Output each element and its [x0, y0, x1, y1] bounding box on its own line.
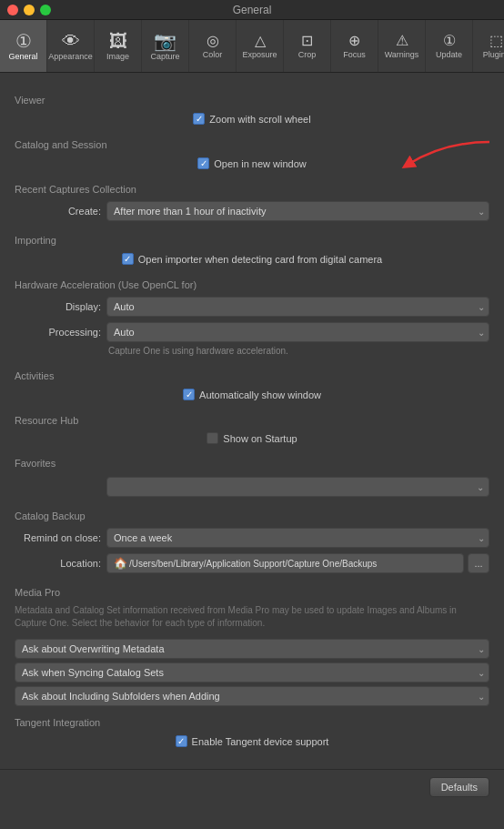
display-label: Display:: [15, 301, 101, 312]
color-icon: ◎: [207, 34, 219, 48]
remind-row: Remind on close: Once a week Every day E…: [15, 525, 489, 551]
warnings-icon: ⚠: [396, 34, 408, 48]
location-home-icon: 🏠: [114, 557, 127, 570]
capture-label: Capture: [150, 52, 179, 61]
show-startup-checkbox[interactable]: Show on Startup: [207, 432, 297, 444]
media-pro-description: Metadata and Catalog Set information rec…: [15, 604, 489, 630]
favorites-arrow-icon: ⌄: [477, 482, 484, 492]
maximize-button[interactable]: [40, 5, 51, 15]
media-pro-dropdowns: Ask about Overwriting Metadata Always Ne…: [15, 639, 489, 706]
open-importer-label: Open importer when detecting card from d…: [138, 254, 382, 265]
settings-content: Viewer ✓ Zoom with scroll wheel Catalog …: [0, 73, 504, 762]
bottom-bar: Defaults: [0, 769, 504, 804]
include-subfolders-select-wrap: Ask about Including Subfolders when Addi…: [15, 686, 489, 706]
plugins-label: Plugins: [483, 50, 504, 59]
warnings-label: Warnings: [385, 50, 419, 59]
processing-select[interactable]: Auto Off On: [106, 322, 489, 342]
auto-show-checkbox[interactable]: ✓ Automatically show window: [183, 389, 321, 400]
tab-focus[interactable]: ⊕ Focus: [331, 20, 378, 72]
syncing-catalog-select[interactable]: Ask when Syncing Catalog Sets Always Nev…: [15, 662, 489, 682]
syncing-catalog-select-wrap: Ask when Syncing Catalog Sets Always Nev…: [15, 662, 489, 682]
hardware-info: Capture One is using hardware accelerati…: [108, 345, 489, 359]
auto-show-check-box[interactable]: ✓: [183, 389, 195, 400]
tab-capture[interactable]: 📷 Capture: [142, 20, 189, 72]
create-select-wrap: After more than 1 hour of inactivity Nev…: [106, 201, 489, 221]
display-row: Display: Auto Off On ⌄: [15, 294, 489, 319]
general-label: General: [8, 52, 37, 61]
open-new-window-check-box[interactable]: ✓: [197, 157, 209, 169]
appearance-icon: 👁: [62, 32, 80, 50]
image-label: Image: [106, 52, 129, 61]
section-favorites: Favorites: [15, 458, 489, 469]
section-tangent: Tangent Integration: [15, 717, 489, 728]
remind-select-wrap: Once a week Every day Every month Never …: [106, 528, 489, 548]
section-media-pro: Media Pro: [15, 587, 489, 598]
favorites-row: ⌄: [15, 472, 489, 500]
tangent-enable-label: Enable Tangent device support: [192, 736, 329, 747]
crop-icon: ⊡: [301, 34, 313, 48]
favorites-select[interactable]: ⌄: [106, 477, 489, 497]
overwrite-metadata-select-wrap: Ask about Overwriting Metadata Always Ne…: [15, 639, 489, 659]
favorites-select-wrap: ⌄: [106, 475, 489, 497]
general-icon: ①: [15, 32, 32, 50]
processing-row: Processing: Auto Off On ⌄: [15, 319, 489, 345]
close-button[interactable]: [7, 5, 18, 15]
zoom-scroll-label: Zoom with scroll wheel: [209, 114, 310, 125]
zoom-scroll-row: ✓ Zoom with scroll wheel: [15, 109, 489, 128]
open-importer-checkbox[interactable]: ✓ Open importer when detecting card from…: [122, 253, 382, 265]
tab-image[interactable]: 🖼 Image: [95, 20, 142, 72]
exposure-icon: △: [255, 34, 266, 48]
update-label: Update: [436, 50, 462, 59]
open-importer-check-box[interactable]: ✓: [122, 253, 134, 265]
color-label: Color: [203, 50, 223, 59]
section-importing: Importing: [15, 235, 489, 246]
location-path-box: 🏠 /Users/ben/Library/Application Support…: [106, 553, 464, 573]
show-startup-label: Show on Startup: [223, 433, 297, 444]
create-row: Create: After more than 1 hour of inacti…: [15, 198, 489, 224]
processing-select-wrap: Auto Off On ⌄: [106, 322, 489, 342]
remind-select[interactable]: Once a week Every day Every month Never: [106, 528, 489, 548]
window-controls[interactable]: [7, 5, 51, 15]
tangent-enable-row: ✓ Enable Tangent device support: [15, 732, 489, 751]
open-new-window-checkbox[interactable]: ✓ Open in new window: [197, 157, 307, 169]
processing-label: Processing:: [15, 327, 101, 338]
tab-general[interactable]: ① General: [0, 20, 47, 72]
auto-show-row: ✓ Automatically show window: [15, 385, 489, 404]
tab-color[interactable]: ◎ Color: [189, 20, 237, 72]
create-select[interactable]: After more than 1 hour of inactivity Nev…: [106, 201, 489, 221]
tab-plugins[interactable]: ⬚ Plugins: [473, 20, 504, 72]
zoom-scroll-check-box[interactable]: ✓: [193, 113, 205, 125]
capture-icon: 📷: [154, 32, 176, 50]
tab-crop[interactable]: ⊡ Crop: [284, 20, 331, 72]
display-select[interactable]: Auto Off On: [106, 297, 489, 317]
section-catalog: Catalog and Session: [15, 139, 489, 150]
location-label: Location:: [15, 558, 101, 569]
defaults-button[interactable]: Defaults: [429, 777, 489, 797]
section-catalog-backup: Catalog Backup: [15, 511, 489, 521]
location-path-text: /Users/ben/Library/Application Support/C…: [129, 559, 377, 569]
crop-label: Crop: [298, 50, 317, 59]
zoom-scroll-checkbox[interactable]: ✓ Zoom with scroll wheel: [193, 113, 310, 125]
section-hardware: Hardware Acceleration (Use OpenCL for): [15, 279, 489, 290]
section-viewer: Viewer: [15, 95, 489, 106]
tangent-enable-checkbox[interactable]: ✓ Enable Tangent device support: [176, 735, 329, 747]
minimize-button[interactable]: [24, 5, 35, 15]
toolbar: ① General 👁 Appearance 🖼 Image 📷 Capture…: [0, 20, 504, 73]
tab-exposure[interactable]: △ Exposure: [237, 20, 284, 72]
location-browse-button[interactable]: ...: [468, 553, 489, 573]
section-activities: Activities: [15, 370, 489, 381]
title-bar: General: [0, 0, 504, 20]
focus-icon: ⊕: [348, 34, 360, 48]
create-label: Create:: [15, 206, 101, 217]
section-recent-captures: Recent Captures Collection: [15, 184, 489, 195]
tab-appearance[interactable]: 👁 Appearance: [47, 20, 95, 72]
remind-label: Remind on close:: [15, 532, 101, 543]
tab-warnings[interactable]: ⚠ Warnings: [378, 20, 426, 72]
tab-update[interactable]: ① Update: [426, 20, 473, 72]
tangent-enable-check-box[interactable]: ✓: [176, 735, 187, 747]
show-startup-check-box[interactable]: [207, 432, 218, 444]
overwrite-metadata-select[interactable]: Ask about Overwriting Metadata Always Ne…: [15, 639, 489, 659]
open-importer-row: ✓ Open importer when detecting card from…: [15, 249, 489, 268]
include-subfolders-select[interactable]: Ask about Including Subfolders when Addi…: [15, 686, 489, 706]
focus-label: Focus: [343, 50, 366, 59]
